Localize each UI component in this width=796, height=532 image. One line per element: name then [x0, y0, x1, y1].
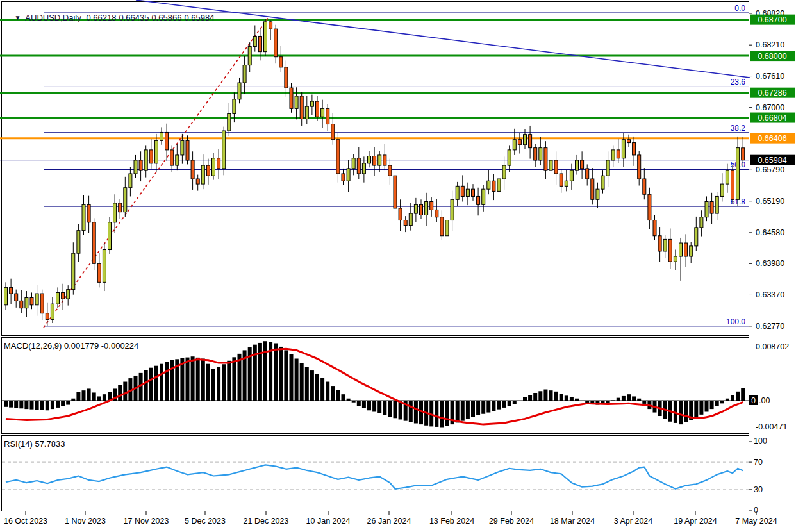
ohlc-close: 0.65984 [184, 13, 214, 22]
candle-body [378, 155, 381, 165]
macd-bar [24, 401, 28, 409]
candle-body [72, 253, 75, 289]
macd-bar [82, 390, 86, 401]
ohlc-open: 0.66218 [86, 13, 116, 22]
date-label: 26 Jan 2024 [367, 517, 411, 526]
candle-body [466, 189, 469, 196]
macd-bar [232, 357, 236, 401]
candle-body [305, 106, 308, 119]
candle-body [316, 101, 319, 117]
candle-body [544, 148, 547, 170]
current-price-badge: 0.65984 [758, 156, 786, 165]
candle-body [253, 36, 256, 46]
candle-body [658, 236, 661, 251]
candle-body [285, 67, 288, 88]
macd-bar [617, 398, 620, 401]
fib-label-23.6: 23.6 [731, 78, 746, 87]
candle-body [196, 179, 199, 184]
date-label: 1 Nov 2023 [65, 517, 106, 526]
macd-bar [538, 391, 542, 401]
candle-body [149, 150, 153, 163]
green-level-badge: 0.66804 [758, 113, 786, 122]
macd-bar [274, 343, 278, 401]
candle-body [383, 155, 386, 165]
candle-body [596, 189, 599, 199]
candle-body [4, 287, 8, 304]
candle-body [129, 174, 132, 188]
macd-bar [284, 350, 288, 401]
macd-zero-label: .00 [759, 396, 770, 405]
candle-body [269, 22, 272, 29]
macd-bar [632, 396, 636, 401]
date-label: 18 Mar 2024 [550, 517, 595, 526]
candle-body [606, 160, 609, 176]
macd-bar [290, 354, 294, 401]
macd-bar [435, 401, 438, 427]
candle-body [326, 108, 329, 124]
ohlc-high: 0.66435 [119, 13, 149, 22]
macd-bar [191, 356, 195, 401]
rsi-panel [2, 436, 749, 511]
macd-bar [123, 382, 127, 401]
symbol-period-label: AUDUSD,Daily [25, 13, 81, 22]
candle-body [176, 155, 179, 165]
macd-bar [263, 341, 267, 401]
macd-bar [186, 358, 190, 401]
macd-bar [347, 399, 351, 401]
macd-bar [342, 394, 345, 401]
macd-bar [486, 401, 490, 413]
date-label: 3 Apr 2024 [614, 517, 653, 526]
macd-bar [118, 385, 122, 401]
macd-bar [471, 401, 475, 417]
candle-body [243, 65, 246, 83]
macd-bar [731, 395, 734, 401]
symbol-menu-icon[interactable]: ▼ [14, 14, 21, 21]
candle-body [638, 155, 641, 179]
candle-body [264, 22, 267, 52]
macd-bar [440, 401, 444, 427]
candle-body [56, 292, 60, 304]
macd-bar [87, 388, 91, 401]
macd-bar [461, 401, 465, 421]
price-tick-label: 0.63980 [756, 259, 784, 268]
macd-bar [388, 401, 392, 417]
candle-body [560, 174, 563, 186]
macd-bar [508, 401, 511, 406]
macd-bar [300, 363, 304, 401]
candle-body [201, 165, 204, 184]
candle-body [720, 184, 724, 196]
trading-chart-window: 0.023.638.250.061.8100.00.688200.682100.… [0, 0, 796, 532]
macd-bar [533, 393, 537, 401]
price-tick-label: 0.67000 [756, 103, 784, 112]
date-label: 21 Dec 2023 [244, 517, 289, 526]
macd-bar [372, 401, 376, 411]
price-tick-label: 0.62770 [756, 322, 784, 331]
chart-canvas[interactable]: 0.023.638.250.061.8100.00.688200.682100.… [0, 0, 796, 532]
candle-body [554, 160, 558, 174]
candle-body [622, 140, 625, 158]
price-tick-label: 0.64580 [756, 228, 784, 237]
candle-body [461, 186, 464, 196]
candle-body [362, 163, 365, 174]
macd-bar [103, 394, 106, 401]
candle-body [15, 294, 18, 301]
candle-body [451, 199, 454, 220]
candle-body [617, 150, 620, 158]
macd-bar [217, 367, 220, 401]
candle-body [67, 290, 70, 299]
macd-bar [9, 401, 13, 408]
candle-body [206, 165, 210, 176]
candle-body [160, 132, 163, 140]
macd-bar [622, 396, 626, 401]
date-label: 19 Apr 2024 [674, 517, 717, 526]
macd-bar [736, 392, 740, 401]
macd-bar [409, 401, 413, 422]
macd-bar [456, 401, 460, 422]
candle-body [627, 140, 631, 143]
macd-bar [642, 401, 646, 404]
candle-body [472, 189, 475, 196]
candle-body [295, 96, 298, 108]
macd-bar [720, 401, 724, 403]
macd-bar [258, 343, 262, 401]
candle-body [653, 220, 656, 236]
